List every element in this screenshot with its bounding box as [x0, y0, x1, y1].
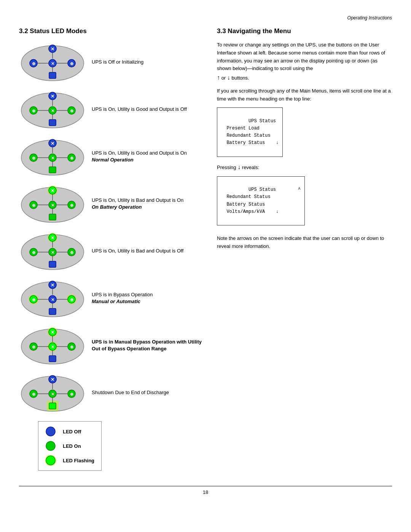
svg-text:⊕: ⊕: [32, 392, 35, 396]
svg-rect-67: [49, 261, 56, 267]
page-number: 18: [203, 489, 208, 495]
svg-rect-99: [49, 356, 56, 362]
led-label-7: UPS is in Manual Bypass Operation with U…: [92, 339, 202, 352]
led-label-2: UPS is On, Utility is Good and Output is…: [92, 106, 202, 113]
ups-diagram-6: ✕ ⊕ ✕ ⊕: [19, 277, 86, 319]
legend-row-off: LED Off: [44, 426, 94, 437]
arrow-up-icon: ↑: [217, 74, 220, 81]
svg-text:✕: ✕: [51, 345, 54, 349]
right-section-title: 3.3 Navigating the Menu: [217, 27, 392, 35]
svg-text:✕: ✕: [51, 330, 54, 335]
svg-rect-23: [49, 120, 56, 126]
svg-text:⊕: ⊕: [32, 345, 35, 349]
svg-text:⊕: ⊕: [32, 250, 35, 255]
svg-text:⊕: ⊕: [32, 203, 35, 208]
led-on-icon: [44, 441, 57, 451]
ups-diagram-3: ✕ ⊕ ✕ ⊕: [19, 136, 86, 177]
header-text: Operating Instructions: [347, 15, 392, 21]
led-label-6: UPS is in Bypass Operation Manual or Aut…: [92, 291, 202, 305]
header-right: Operating Instructions: [19, 15, 392, 21]
svg-text:✕: ✕: [51, 297, 54, 302]
right-column: 3.3 Navigating the Menu To review or cha…: [217, 27, 392, 255]
led-off-icon: [44, 426, 57, 437]
svg-text:✕: ✕: [51, 94, 54, 99]
svg-text:⊕: ⊕: [32, 297, 35, 302]
svg-text:✕: ✕: [51, 61, 54, 66]
svg-text:✕: ✕: [51, 141, 54, 146]
svg-text:⊕: ⊕: [32, 109, 35, 113]
ups-diagram-8: ✕ ⊕ ✕ ⊕: [19, 372, 86, 414]
arrow-down-icon: ↓: [227, 74, 230, 81]
svg-text:✕: ✕: [51, 392, 54, 396]
or-text: or: [221, 75, 227, 81]
svg-text:✕: ✕: [51, 203, 54, 208]
left-section-title: 3.2 Status LED Modes: [19, 27, 202, 35]
svg-text:⊕: ⊕: [70, 392, 73, 396]
legend-row-on: LED On: [44, 441, 94, 451]
svg-text:✕: ✕: [51, 46, 54, 52]
led-label-3: UPS is On, Utility is Good and Output is…: [92, 150, 202, 163]
led-row-7: ✕ ⊕ ✕ ⊕ UP: [19, 324, 202, 366]
svg-text:⊕: ⊕: [70, 109, 73, 113]
svg-text:⊕: ⊕: [32, 156, 35, 160]
svg-point-119: [46, 427, 55, 436]
svg-rect-52: [49, 214, 56, 220]
ups-diagram-1: ✕ ⊕ ✕ ⊕: [19, 41, 86, 83]
page: Operating Instructions 3.2 Status LED Mo…: [0, 0, 411, 532]
svg-rect-37: [49, 167, 56, 173]
down-arrow-icon: ↓: [237, 164, 241, 170]
menu-box-1: UPS Status Present Load Redundant Status…: [217, 107, 283, 157]
main-columns: 3.2 Status LED Modes ✕ ⊕ ✕: [19, 27, 392, 471]
nav-section: To review or change any settings on the …: [217, 41, 392, 251]
note-paragraph: Note the arrows on the screen indicate t…: [217, 235, 392, 251]
led-row-8: ✕ ⊕ ✕ ⊕ Shutdown Due to End of D: [19, 372, 202, 414]
svg-text:⊕: ⊕: [70, 156, 73, 160]
svg-text:✕: ✕: [51, 109, 54, 113]
buttons-text: buttons.: [231, 75, 249, 81]
svg-rect-114: [49, 403, 56, 409]
svg-text:✕: ✕: [51, 250, 54, 255]
svg-rect-83: [49, 308, 56, 315]
svg-text:⊕: ⊕: [70, 61, 73, 66]
legend-row-flash: LED Flashing: [44, 455, 94, 466]
svg-text:✕: ✕: [51, 235, 54, 241]
legend-flash-label: LED Flashing: [63, 458, 94, 463]
intro-paragraph: To review or change any settings on the …: [217, 41, 392, 83]
led-label-4: UPS is On, Utility is Bad and Output is …: [92, 197, 202, 211]
legend-box: LED Off LED On LED Flashing: [38, 421, 102, 471]
legend-on-label: LED On: [63, 443, 81, 449]
svg-text:⊕: ⊕: [70, 345, 73, 349]
svg-text:⊕: ⊕: [32, 61, 35, 66]
svg-text:✕: ✕: [51, 156, 54, 160]
svg-point-120: [46, 441, 55, 451]
led-row-1: ✕ ⊕ ✕ ⊕: [19, 41, 202, 83]
legend-off-label: LED Off: [63, 429, 81, 435]
svg-rect-9: [49, 72, 56, 78]
led-label-1: UPS is Off or Initializing: [92, 59, 202, 66]
scroll-paragraph: If you are scrolling through any of the …: [217, 87, 392, 103]
svg-point-122: [46, 456, 55, 465]
led-row-5: ✕ ⊕ ✕ ⊕ UPS is On, Utility is Bad and Ou…: [19, 230, 202, 272]
led-row-3: ✕ ⊕ ✕ ⊕ UPS is On, Utility is Good and O…: [19, 136, 202, 177]
svg-text:⊕: ⊕: [70, 297, 73, 302]
ups-diagram-7: ✕ ⊕ ✕ ⊕: [19, 324, 86, 366]
footer: 18: [19, 486, 392, 495]
led-row-6: ✕ ⊕ ✕ ⊕ UP: [19, 277, 202, 319]
led-row-2: ✕ ⊕ ✕ ⊕ UP: [19, 88, 202, 130]
ups-diagram-2: ✕ ⊕ ✕ ⊕: [19, 88, 86, 130]
svg-text:⊕: ⊕: [70, 203, 73, 208]
svg-text:✕: ✕: [51, 188, 54, 193]
svg-text:✕: ✕: [51, 377, 54, 382]
led-label-5: UPS is On, Utility is Bad and Output is …: [92, 248, 202, 254]
svg-text:⊕: ⊕: [70, 250, 73, 255]
left-column: 3.2 Status LED Modes ✕ ⊕ ✕: [19, 27, 202, 471]
ups-diagram-4: ✕ ⊕ ✕ ⊕: [19, 183, 86, 225]
led-label-8: Shutdown Due to End of Discharge: [92, 389, 202, 396]
ups-diagram-5: ✕ ⊕ ✕ ⊕: [19, 230, 86, 272]
svg-text:✕: ✕: [51, 283, 54, 288]
led-row-4: ✕ ⊕ ✕ ⊕ UPS is On, Utility is Bad and Ou…: [19, 183, 202, 225]
pressing-line: Pressing ↓ reveals:: [217, 162, 392, 172]
led-flash-icon: [44, 455, 57, 466]
menu-box-2: UPS Status ^ Redundant Status Battery St…: [217, 176, 305, 225]
